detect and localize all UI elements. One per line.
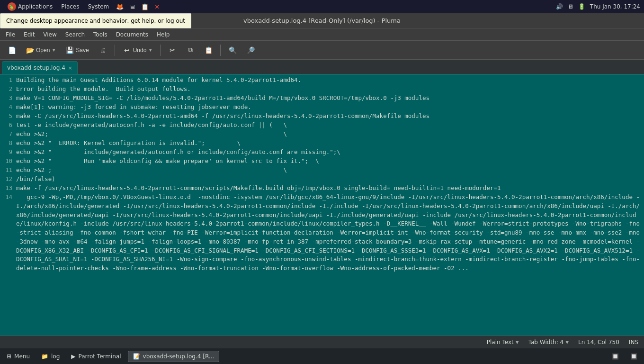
- line-number: 8: [2, 139, 16, 148]
- line-text: make V=1 CONFIG_MODULE_SIG= -C /lib/modu…: [16, 94, 642, 103]
- line-text: Building the main Guest Additions 6.0.14…: [16, 76, 642, 85]
- copy-icon: ⧉: [186, 46, 195, 55]
- status-bar-right: Plain Text ▼ Tab Width: 4 ▼ Ln 14, Col 7…: [485, 338, 640, 346]
- line-text: echo >&2 ; \: [16, 166, 642, 175]
- app-icon-3[interactable]: 📋: [139, 2, 151, 11]
- system-label: System: [88, 3, 109, 10]
- replace-button[interactable]: 🔎: [242, 44, 259, 56]
- table-row: 13make -f /usr/src/linux-headers-5.4.0-2…: [0, 184, 644, 193]
- new-button[interactable]: 📄: [4, 44, 20, 56]
- applications-menu[interactable]: 🦜 Applications: [4, 1, 56, 12]
- editor-area[interactable]: 1Building the main Guest Additions 6.0.1…: [0, 75, 644, 336]
- find-button[interactable]: 🔍: [224, 44, 241, 56]
- places-menu[interactable]: Places: [57, 2, 83, 11]
- tooltip: Change desktop appearance and behavior, …: [0, 13, 191, 28]
- taskbar-right-icon2[interactable]: 🔲: [626, 351, 642, 362]
- datetime: Thu Jan 30, 17:24: [590, 3, 640, 10]
- table-row: 7echo >&2; \: [0, 130, 644, 139]
- position-text: Ln 14, Col 750: [578, 339, 619, 346]
- copy-button[interactable]: ⧉: [182, 44, 198, 56]
- menu-file[interactable]: File: [2, 30, 19, 39]
- menu-documents[interactable]: Documents: [112, 30, 152, 39]
- undo-dropdown-arrow: ▼: [148, 48, 152, 53]
- cut-button[interactable]: ✂: [164, 44, 180, 56]
- table-row: 4make[1]: warning: -j3 forced in submake…: [0, 103, 644, 112]
- insert-mode-indicator: INS: [627, 338, 640, 346]
- menu-label: Menu: [14, 353, 30, 360]
- editor-taskbar-icon: 📝: [133, 353, 140, 360]
- file-tab[interactable]: vboxadd-setup.log.4 ×: [2, 61, 78, 74]
- toolbar: 📄 📂 Open ▼ 💾 Save 🖨 ↩ Undo ▼ ✂: [0, 41, 644, 60]
- menu-tools[interactable]: Tools: [89, 30, 111, 39]
- table-row: 6test -e include/generated/autoconf.h -a…: [0, 121, 644, 130]
- undo-icon: ↩: [123, 46, 131, 55]
- editor-taskbar-label: vboxadd-setup.log.4 [R...: [143, 353, 215, 360]
- tab-bar: vboxadd-setup.log.4 ×: [0, 60, 644, 75]
- taskbar-terminal-item[interactable]: ▶ Parrot Terminal: [66, 351, 125, 362]
- table-row: 10echo >&2 " Run 'make oldconfig && make…: [0, 157, 644, 166]
- open-icon: 📂: [26, 46, 34, 55]
- save-button[interactable]: 💾 Save: [62, 44, 92, 56]
- taskbar-log-item[interactable]: 📁 log: [36, 351, 64, 362]
- table-row: 2Error building the module. Build output…: [0, 85, 644, 94]
- line-number: 10: [2, 157, 16, 166]
- line-number: 3: [2, 94, 16, 103]
- paste-icon: 📋: [204, 46, 213, 55]
- table-row: 8echo >&2 " ERROR: Kernel configuration …: [0, 139, 644, 148]
- menu-help[interactable]: Help: [153, 30, 173, 39]
- browser-icon[interactable]: 🦊: [114, 2, 126, 11]
- taskbar-editor-item[interactable]: 📝 vboxadd-setup.log.4 [R...: [128, 351, 220, 362]
- taskbar-menu-button[interactable]: ⊞ Menu: [2, 351, 35, 362]
- save-icon: 💾: [65, 46, 74, 55]
- table-row: 5make -C /usr/src/linux-headers-5.4.0-2p…: [0, 112, 644, 121]
- line-number: 6: [2, 121, 16, 130]
- table-row: 14 gcc-9 -Wp,-MD,/tmp/vbox.0/.VBoxGuest-…: [0, 193, 644, 273]
- insert-mode-text: INS: [629, 339, 638, 346]
- line-number: 9: [2, 148, 16, 157]
- system-bar-right: 🔊 🖥 🔋 Thu Jan 30, 17:24: [556, 3, 640, 10]
- tab-label: vboxadd-setup.log.4: [7, 64, 65, 71]
- line-number: 13: [2, 184, 16, 193]
- paste-button[interactable]: 📋: [200, 44, 216, 56]
- table-row: 12/bin/false): [0, 175, 644, 184]
- line-text: test -e include/generated/autoconf.h -a …: [16, 121, 642, 130]
- line-text: make -f /usr/src/linux-headers-5.4.0-2pa…: [16, 184, 642, 193]
- undo-button[interactable]: ↩ Undo ▼: [119, 44, 157, 56]
- applications-label: Applications: [18, 3, 53, 10]
- folder-icon: 📁: [41, 353, 48, 360]
- table-row: 3make V=1 CONFIG_MODULE_SIG= -C /lib/mod…: [0, 94, 644, 103]
- menu-edit[interactable]: Edit: [20, 30, 38, 39]
- line-text: echo >&2 " Run 'make oldconfig && make p…: [16, 157, 642, 166]
- position-indicator: Ln 14, Col 750: [576, 338, 621, 346]
- new-icon: 📄: [8, 46, 16, 55]
- toolbar-separator-3: [220, 45, 221, 56]
- plain-text-label: Plain Text: [487, 339, 514, 346]
- window-title: vboxadd-setup.log.4 [Read-Only] (/var/lo…: [243, 17, 401, 24]
- open-button[interactable]: 📂 Open ▼: [22, 44, 60, 56]
- table-row: 11echo >&2 ; \: [0, 166, 644, 175]
- menu-icon: ⊞: [7, 353, 11, 360]
- code-content[interactable]: 1Building the main Guest Additions 6.0.1…: [0, 75, 644, 336]
- taskbar-right-icon1[interactable]: 🔲: [607, 351, 624, 362]
- system-menu[interactable]: System: [84, 2, 113, 11]
- plain-text-selector[interactable]: Plain Text ▼: [485, 338, 521, 346]
- log-label: log: [51, 353, 60, 360]
- print-icon: 🖨: [98, 46, 107, 55]
- table-row: 9echo >&2 " include/generated/autoconf.h…: [0, 148, 644, 157]
- print-button[interactable]: 🖨: [95, 44, 111, 56]
- line-number: 1: [2, 76, 16, 85]
- system-bar: 🦜 Applications Places System 🦊 🖥 📋 ✕ 🔊 🖥…: [0, 0, 644, 13]
- terminal-icon2[interactable]: 🖥: [127, 2, 138, 11]
- terminal-label: Parrot Terminal: [79, 353, 121, 360]
- tab-close-button[interactable]: ×: [68, 65, 72, 71]
- line-text: gcc-9 -Wp,-MD,/tmp/vbox.0/.VBoxGuest-lin…: [16, 193, 642, 273]
- line-text: make[1]: warning: -j3 forced in submake:…: [16, 103, 642, 112]
- line-number: 11: [2, 166, 16, 175]
- menu-search[interactable]: Search: [62, 30, 89, 39]
- close-icon[interactable]: ✕: [152, 2, 162, 11]
- tab-width-selector[interactable]: Tab Width: 4 ▼: [527, 338, 571, 346]
- tab-width-arrow: ▼: [565, 340, 569, 345]
- parrot-icon: 🦜: [8, 2, 16, 11]
- line-text: make -C /usr/src/linux-headers-5.4.0-2pa…: [16, 112, 642, 121]
- menu-view[interactable]: View: [39, 30, 60, 39]
